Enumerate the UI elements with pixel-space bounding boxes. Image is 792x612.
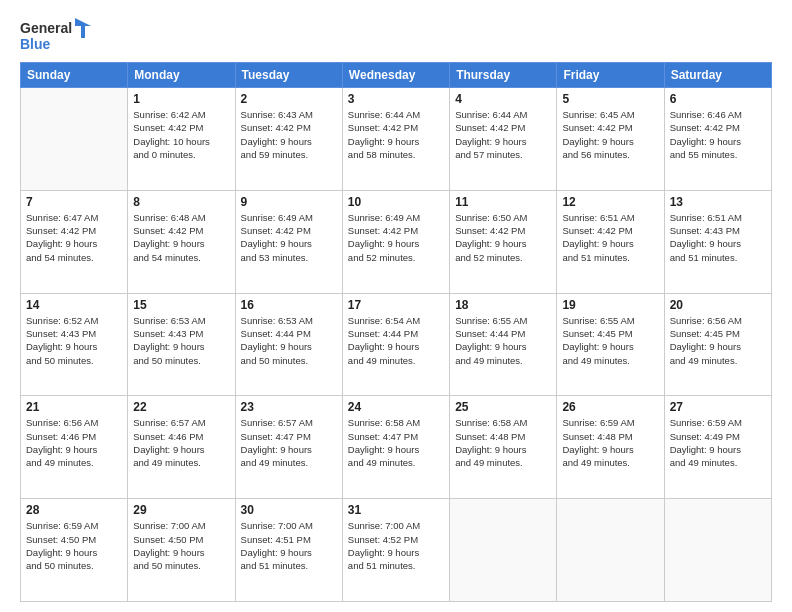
day-info: Sunrise: 6:50 AMSunset: 4:42 PMDaylight:…: [455, 211, 551, 264]
day-info: Sunrise: 6:51 AMSunset: 4:43 PMDaylight:…: [670, 211, 766, 264]
day-info: Sunrise: 6:53 AMSunset: 4:43 PMDaylight:…: [133, 314, 229, 367]
day-info: Sunrise: 6:55 AMSunset: 4:45 PMDaylight:…: [562, 314, 658, 367]
day-number: 28: [26, 503, 122, 517]
calendar-cell: 30Sunrise: 7:00 AMSunset: 4:51 PMDayligh…: [235, 499, 342, 602]
calendar-cell: 31Sunrise: 7:00 AMSunset: 4:52 PMDayligh…: [342, 499, 449, 602]
calendar-cell: 2Sunrise: 6:43 AMSunset: 4:42 PMDaylight…: [235, 88, 342, 191]
week-row-4: 21Sunrise: 6:56 AMSunset: 4:46 PMDayligh…: [21, 396, 772, 499]
calendar-cell: 11Sunrise: 6:50 AMSunset: 4:42 PMDayligh…: [450, 190, 557, 293]
week-row-5: 28Sunrise: 6:59 AMSunset: 4:50 PMDayligh…: [21, 499, 772, 602]
day-number: 8: [133, 195, 229, 209]
page: General Blue SundayMondayTuesdayWednesda…: [0, 0, 792, 612]
day-info: Sunrise: 6:54 AMSunset: 4:44 PMDaylight:…: [348, 314, 444, 367]
day-number: 14: [26, 298, 122, 312]
day-info: Sunrise: 6:49 AMSunset: 4:42 PMDaylight:…: [241, 211, 337, 264]
day-number: 19: [562, 298, 658, 312]
calendar-table: SundayMondayTuesdayWednesdayThursdayFrid…: [20, 62, 772, 602]
day-number: 7: [26, 195, 122, 209]
day-info: Sunrise: 6:44 AMSunset: 4:42 PMDaylight:…: [348, 108, 444, 161]
day-number: 4: [455, 92, 551, 106]
calendar-cell: 20Sunrise: 6:56 AMSunset: 4:45 PMDayligh…: [664, 293, 771, 396]
calendar-cell: 17Sunrise: 6:54 AMSunset: 4:44 PMDayligh…: [342, 293, 449, 396]
logo-general-text: General: [20, 20, 72, 36]
day-number: 11: [455, 195, 551, 209]
day-info: Sunrise: 6:53 AMSunset: 4:44 PMDaylight:…: [241, 314, 337, 367]
calendar-cell: 12Sunrise: 6:51 AMSunset: 4:42 PMDayligh…: [557, 190, 664, 293]
calendar-cell: 28Sunrise: 6:59 AMSunset: 4:50 PMDayligh…: [21, 499, 128, 602]
calendar-cell: [664, 499, 771, 602]
day-info: Sunrise: 6:59 AMSunset: 4:48 PMDaylight:…: [562, 416, 658, 469]
day-info: Sunrise: 6:48 AMSunset: 4:42 PMDaylight:…: [133, 211, 229, 264]
day-info: Sunrise: 6:58 AMSunset: 4:48 PMDaylight:…: [455, 416, 551, 469]
day-info: Sunrise: 6:55 AMSunset: 4:44 PMDaylight:…: [455, 314, 551, 367]
day-number: 15: [133, 298, 229, 312]
calendar-cell: 5Sunrise: 6:45 AMSunset: 4:42 PMDaylight…: [557, 88, 664, 191]
day-info: Sunrise: 6:56 AMSunset: 4:46 PMDaylight:…: [26, 416, 122, 469]
weekday-header-row: SundayMondayTuesdayWednesdayThursdayFrid…: [21, 63, 772, 88]
day-number: 18: [455, 298, 551, 312]
day-number: 26: [562, 400, 658, 414]
logo-blue-text: Blue: [20, 36, 50, 52]
day-number: 12: [562, 195, 658, 209]
day-info: Sunrise: 6:47 AMSunset: 4:42 PMDaylight:…: [26, 211, 122, 264]
day-info: Sunrise: 6:58 AMSunset: 4:47 PMDaylight:…: [348, 416, 444, 469]
calendar-cell: 27Sunrise: 6:59 AMSunset: 4:49 PMDayligh…: [664, 396, 771, 499]
day-number: 21: [26, 400, 122, 414]
day-info: Sunrise: 6:49 AMSunset: 4:42 PMDaylight:…: [348, 211, 444, 264]
calendar-cell: 8Sunrise: 6:48 AMSunset: 4:42 PMDaylight…: [128, 190, 235, 293]
calendar-cell: 3Sunrise: 6:44 AMSunset: 4:42 PMDaylight…: [342, 88, 449, 191]
weekday-header-wednesday: Wednesday: [342, 63, 449, 88]
day-number: 29: [133, 503, 229, 517]
day-info: Sunrise: 6:56 AMSunset: 4:45 PMDaylight:…: [670, 314, 766, 367]
calendar-cell: 15Sunrise: 6:53 AMSunset: 4:43 PMDayligh…: [128, 293, 235, 396]
week-row-3: 14Sunrise: 6:52 AMSunset: 4:43 PMDayligh…: [21, 293, 772, 396]
day-info: Sunrise: 6:57 AMSunset: 4:46 PMDaylight:…: [133, 416, 229, 469]
day-number: 22: [133, 400, 229, 414]
day-info: Sunrise: 6:59 AMSunset: 4:50 PMDaylight:…: [26, 519, 122, 572]
weekday-header-friday: Friday: [557, 63, 664, 88]
day-number: 10: [348, 195, 444, 209]
calendar-cell: 13Sunrise: 6:51 AMSunset: 4:43 PMDayligh…: [664, 190, 771, 293]
weekday-header-saturday: Saturday: [664, 63, 771, 88]
day-number: 30: [241, 503, 337, 517]
day-info: Sunrise: 6:59 AMSunset: 4:49 PMDaylight:…: [670, 416, 766, 469]
day-info: Sunrise: 6:44 AMSunset: 4:42 PMDaylight:…: [455, 108, 551, 161]
day-number: 25: [455, 400, 551, 414]
calendar-cell: 19Sunrise: 6:55 AMSunset: 4:45 PMDayligh…: [557, 293, 664, 396]
day-info: Sunrise: 6:57 AMSunset: 4:47 PMDaylight:…: [241, 416, 337, 469]
day-number: 20: [670, 298, 766, 312]
weekday-header-monday: Monday: [128, 63, 235, 88]
logo: General Blue: [20, 18, 91, 52]
day-info: Sunrise: 7:00 AMSunset: 4:52 PMDaylight:…: [348, 519, 444, 572]
day-number: 16: [241, 298, 337, 312]
day-info: Sunrise: 7:00 AMSunset: 4:51 PMDaylight:…: [241, 519, 337, 572]
calendar-cell: 26Sunrise: 6:59 AMSunset: 4:48 PMDayligh…: [557, 396, 664, 499]
calendar-cell: 14Sunrise: 6:52 AMSunset: 4:43 PMDayligh…: [21, 293, 128, 396]
calendar-cell: 9Sunrise: 6:49 AMSunset: 4:42 PMDaylight…: [235, 190, 342, 293]
day-info: Sunrise: 6:52 AMSunset: 4:43 PMDaylight:…: [26, 314, 122, 367]
calendar-cell: 4Sunrise: 6:44 AMSunset: 4:42 PMDaylight…: [450, 88, 557, 191]
logo-arrow-icon: [75, 18, 91, 38]
day-info: Sunrise: 6:46 AMSunset: 4:42 PMDaylight:…: [670, 108, 766, 161]
day-number: 31: [348, 503, 444, 517]
week-row-1: 1Sunrise: 6:42 AMSunset: 4:42 PMDaylight…: [21, 88, 772, 191]
day-number: 24: [348, 400, 444, 414]
calendar-cell: 7Sunrise: 6:47 AMSunset: 4:42 PMDaylight…: [21, 190, 128, 293]
weekday-header-thursday: Thursday: [450, 63, 557, 88]
day-info: Sunrise: 6:45 AMSunset: 4:42 PMDaylight:…: [562, 108, 658, 161]
calendar-cell: [21, 88, 128, 191]
calendar-cell: 22Sunrise: 6:57 AMSunset: 4:46 PMDayligh…: [128, 396, 235, 499]
weekday-header-tuesday: Tuesday: [235, 63, 342, 88]
calendar-cell: 6Sunrise: 6:46 AMSunset: 4:42 PMDaylight…: [664, 88, 771, 191]
calendar-cell: 24Sunrise: 6:58 AMSunset: 4:47 PMDayligh…: [342, 396, 449, 499]
calendar-cell: 10Sunrise: 6:49 AMSunset: 4:42 PMDayligh…: [342, 190, 449, 293]
day-info: Sunrise: 6:42 AMSunset: 4:42 PMDaylight:…: [133, 108, 229, 161]
svg-marker-0: [75, 18, 91, 38]
day-number: 5: [562, 92, 658, 106]
weekday-header-sunday: Sunday: [21, 63, 128, 88]
day-info: Sunrise: 6:43 AMSunset: 4:42 PMDaylight:…: [241, 108, 337, 161]
calendar-cell: 29Sunrise: 7:00 AMSunset: 4:50 PMDayligh…: [128, 499, 235, 602]
day-info: Sunrise: 7:00 AMSunset: 4:50 PMDaylight:…: [133, 519, 229, 572]
calendar-cell: 16Sunrise: 6:53 AMSunset: 4:44 PMDayligh…: [235, 293, 342, 396]
day-number: 13: [670, 195, 766, 209]
